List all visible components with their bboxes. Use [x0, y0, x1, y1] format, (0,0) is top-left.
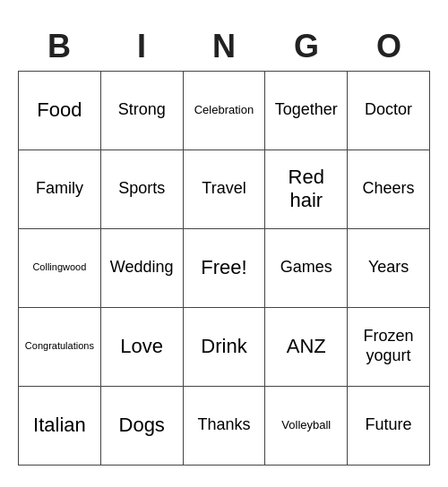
- grid-cell: Travel: [183, 150, 265, 228]
- grid-row: ItalianDogsThanksVolleyballFuture: [19, 386, 430, 465]
- grid-cell: Italian: [19, 386, 101, 465]
- grid-cell: Volleyball: [265, 386, 348, 465]
- cell-label: Travel: [187, 179, 262, 199]
- cell-label: Red hair: [269, 166, 343, 213]
- grid-cell: ANZ: [265, 307, 348, 386]
- grid-cell: Love: [100, 307, 183, 386]
- cell-label: Celebration: [187, 103, 262, 117]
- grid-cell: Red hair: [265, 150, 348, 228]
- header-letter: N: [183, 22, 265, 71]
- grid-cell: Doctor: [348, 71, 430, 150]
- grid-cell: Wedding: [100, 228, 183, 307]
- grid-cell: Games: [265, 228, 348, 307]
- cell-label: Thanks: [187, 415, 262, 435]
- cell-label: Frozen yogurt: [351, 327, 426, 365]
- grid-cell: Celebration: [183, 71, 265, 150]
- cell-label: Food: [22, 98, 97, 122]
- cell-label: Volleyball: [269, 418, 343, 432]
- cell-label: Future: [351, 415, 426, 435]
- cell-label: Family: [22, 179, 97, 199]
- cell-label: Sports: [105, 179, 179, 199]
- grid-cell: Future: [348, 386, 430, 465]
- grid-cell: Food: [19, 71, 101, 150]
- grid-cell: Congratulations: [19, 307, 101, 386]
- grid-row: FoodStrongCelebrationTogetherDoctor: [19, 71, 430, 150]
- cell-label: ANZ: [269, 335, 343, 358]
- grid-cell: Free!: [183, 228, 265, 307]
- grid-cell: Cheers: [348, 150, 430, 228]
- grid-cell: Collingwood: [19, 228, 101, 307]
- header-letter: G: [265, 22, 348, 71]
- cell-label: Together: [269, 100, 343, 120]
- cell-label: Collingwood: [22, 261, 97, 273]
- cell-label: Wedding: [105, 258, 179, 278]
- grid-cell: Thanks: [183, 386, 265, 465]
- cell-label: Games: [269, 258, 343, 278]
- cell-label: Doctor: [351, 100, 426, 120]
- cell-label: Italian: [22, 414, 97, 437]
- grid-cell: Sports: [100, 150, 183, 228]
- bingo-header: BINGO: [18, 22, 430, 71]
- grid-cell: Frozen yogurt: [348, 307, 430, 386]
- cell-label: Congratulations: [22, 340, 97, 352]
- cell-label: Free!: [187, 256, 262, 279]
- grid-cell: Dogs: [100, 386, 183, 465]
- grid-row: CollingwoodWeddingFree!GamesYears: [19, 228, 430, 307]
- header-letter: B: [18, 22, 100, 71]
- cell-label: Strong: [105, 100, 179, 120]
- grid-row: FamilySportsTravelRed hairCheers: [19, 150, 430, 228]
- cell-label: Cheers: [351, 179, 426, 199]
- cell-label: Years: [351, 258, 426, 278]
- cell-label: Dogs: [105, 414, 179, 437]
- cell-label: Drink: [187, 335, 262, 358]
- grid-cell: Drink: [183, 307, 265, 386]
- header-letter: O: [348, 22, 430, 71]
- grid-cell: Strong: [100, 71, 183, 150]
- grid-cell: Family: [19, 150, 101, 228]
- grid-row: CongratulationsLoveDrinkANZFrozen yogurt: [19, 307, 430, 386]
- grid-cell: Together: [265, 71, 348, 150]
- grid-cell: Years: [348, 228, 430, 307]
- header-letter: I: [100, 22, 183, 71]
- bingo-grid: FoodStrongCelebrationTogetherDoctorFamil…: [18, 71, 430, 466]
- cell-label: Love: [105, 335, 179, 358]
